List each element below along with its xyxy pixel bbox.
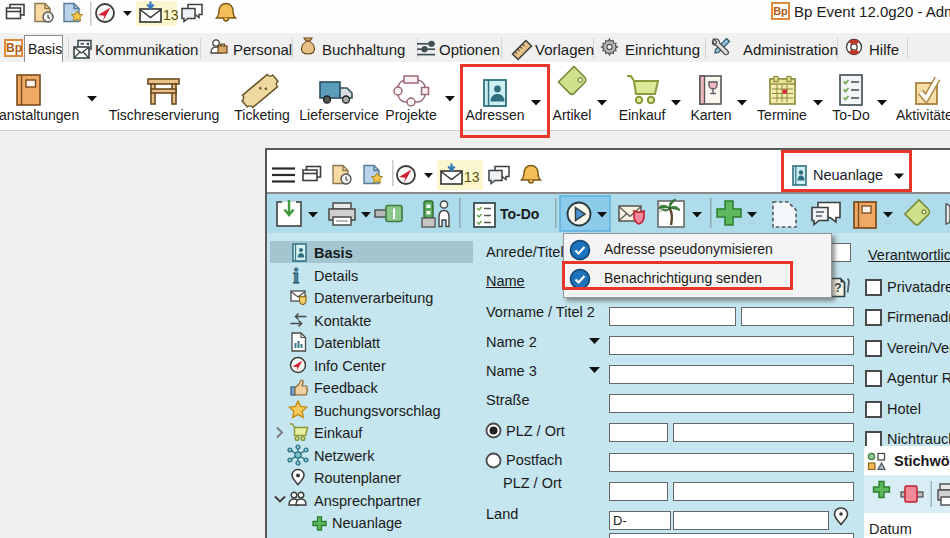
svg-text:13: 13: [464, 169, 480, 185]
svg-text:?: ?: [834, 281, 841, 295]
svg-text:13: 13: [163, 7, 179, 23]
svg-text:i: i: [293, 263, 299, 288]
